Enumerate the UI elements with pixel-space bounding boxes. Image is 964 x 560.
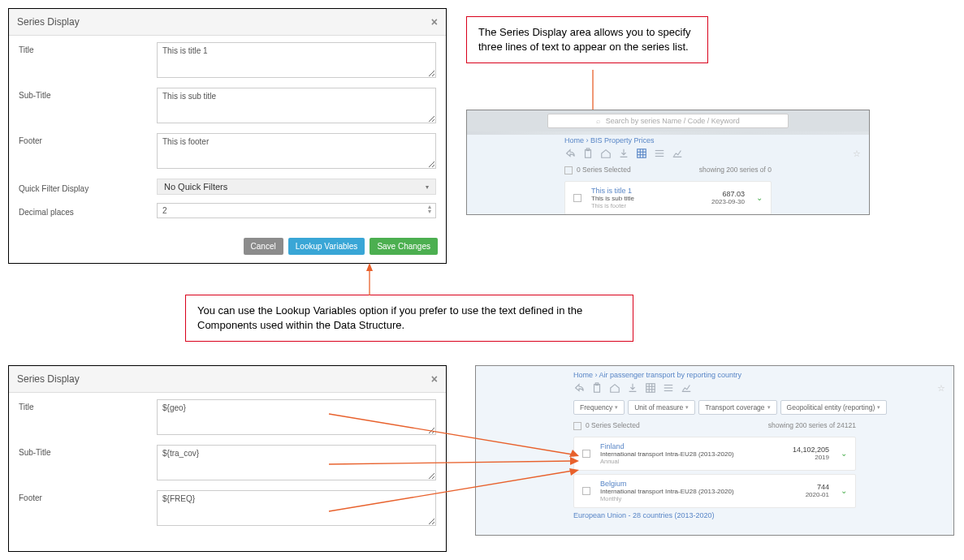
title-input[interactable] [157,399,436,435]
row-checkbox[interactable] [573,194,581,202]
decimal-places-input[interactable] [157,203,436,218]
subtitle-input[interactable] [157,445,436,480]
subtitle-label: Sub-Title [19,88,157,100]
dialog-header: Series Display × [9,366,446,393]
chevron-down-icon: ▾ [685,404,689,411]
expand-icon[interactable]: ⌄ [756,193,763,202]
home-icon[interactable] [600,148,612,159]
series-display-dialog-2: Series Display × Title Sub-Title Footer [8,365,447,552]
dialog-title: Series Display [17,16,80,28]
footer-input[interactable] [157,490,436,526]
row-date: 2019 [793,454,829,461]
select-all-checkbox[interactable] [564,166,573,174]
svg-marker-13 [366,263,373,271]
showing-count: showing 200 series of 24121 [768,421,856,430]
callout-text: The Series Display area allows you to sp… [478,26,691,53]
row-checkbox[interactable] [582,450,590,458]
decimal-places-label: Decimal places [19,205,157,217]
cancel-button[interactable]: Cancel [244,238,283,255]
quick-filter-label: Quick Filter Display [19,181,157,193]
share-icon[interactable] [573,382,585,394]
breadcrumb-page[interactable]: Air passenger transport by reporting cou… [599,371,742,379]
series-row[interactable]: Finland International transport Intra-EU… [573,437,856,471]
filter-geo-entity[interactable]: Geopolitical entity (reporting)▾ [780,400,888,415]
download-icon[interactable] [618,148,629,159]
quick-filter-value: No Quick Filters [164,182,227,192]
svg-rect-16 [646,384,655,393]
home-icon[interactable] [609,382,620,394]
row-date: 2020-01 [806,491,829,498]
series-list-preview-1: ⌕ Search by series Name / Code / Keyword… [466,110,870,215]
grid-icon[interactable] [645,382,656,394]
row-footer: Annual [600,458,793,465]
chevron-down-icon: ▾ [767,404,771,411]
star-icon[interactable]: ☆ [937,383,945,394]
selected-count: 0 Series Selected [586,421,640,429]
chart-icon[interactable] [681,382,692,394]
chevron-down-icon: ▾ [877,404,880,411]
series-row[interactable]: Belgium International transport Intra-EU… [573,474,856,508]
row-title: This is title 1 [591,187,711,195]
list-icon[interactable] [654,148,665,159]
svg-rect-4 [638,149,646,158]
filter-frequency[interactable]: Frequency▾ [573,400,625,415]
search-input[interactable]: ⌕ Search by series Name / Code / Keyword [547,114,789,128]
row-value: 687.03 [711,190,745,198]
selected-count: 0 Series Selected [577,166,631,174]
title-label: Title [19,42,157,54]
callout-series-display: The Series Display area allows you to sp… [466,16,708,63]
title-input[interactable] [157,42,436,78]
grid-icon[interactable] [636,148,647,159]
download-icon[interactable] [627,382,638,394]
number-spinner-icon[interactable]: ▴▾ [428,205,431,214]
callout-text: You can use the Lookup Variables option … [197,304,582,331]
expand-icon[interactable]: ⌄ [841,486,847,495]
filter-transport-coverage[interactable]: Transport coverage▾ [698,400,776,415]
caret-down-icon: ▾ [426,183,429,191]
quick-filter-select[interactable]: No Quick Filters ▾ [157,179,436,195]
footer-label: Footer [19,133,157,145]
select-all-checkbox[interactable] [573,422,581,430]
clipboard-icon[interactable] [582,148,594,159]
breadcrumb-home[interactable]: Home [564,136,584,144]
close-icon[interactable]: × [431,373,438,386]
list-icon[interactable] [663,382,674,394]
toolbar: ☆ [467,146,869,162]
row-checkbox[interactable] [582,487,590,495]
close-icon[interactable]: × [431,15,438,28]
row-value: 744 [806,483,829,491]
footer-input[interactable] [157,133,436,169]
chart-icon[interactable] [672,148,683,159]
selection-status-row: 0 Series Selected showing 200 series of … [467,162,869,178]
series-list-preview-2: Home › Air passenger transport by report… [475,365,954,536]
filter-unit[interactable]: Unit of measure▾ [628,400,695,415]
row-footer: This is footer [591,202,711,209]
breadcrumb-home[interactable]: Home [573,371,593,379]
subtitle-label: Sub-Title [19,445,157,457]
dialog-header: Series Display × [9,9,446,36]
dialog-title: Series Display [17,373,80,385]
title-label: Title [19,399,157,411]
star-icon[interactable]: ☆ [853,149,861,159]
series-row[interactable]: This is title 1 This is sub title This i… [564,181,772,215]
subtitle-input[interactable] [157,88,436,123]
row-date: 2023-09-30 [711,198,745,205]
save-changes-button[interactable]: Save Changes [370,238,438,255]
lookup-variables-button[interactable]: Lookup Variables [288,238,365,255]
row-title: Finland [600,442,793,450]
breadcrumb: Home › Air passenger transport by report… [476,366,953,381]
search-placeholder: Search by series Name / Code / Keyword [606,117,740,125]
clipboard-icon[interactable] [591,382,603,394]
svg-rect-2 [586,150,591,158]
row-footer: Monthly [600,495,806,502]
breadcrumb-page[interactable]: BIS Property Prices [590,136,655,144]
row-value: 14,102,205 [793,446,829,454]
svg-rect-14 [594,385,600,393]
showing-count: showing 200 series of 0 [699,166,772,174]
share-icon[interactable] [564,148,576,159]
expand-icon[interactable]: ⌄ [841,449,847,458]
selection-status-row: 0 Series Selected showing 200 series of … [476,418,953,433]
series-display-dialog-1: Series Display × Title Sub-Title Footer … [8,8,447,264]
callout-lookup-variables: You can use the Lookup Variables option … [185,295,633,342]
row-subtitle: This is sub title [591,195,711,202]
